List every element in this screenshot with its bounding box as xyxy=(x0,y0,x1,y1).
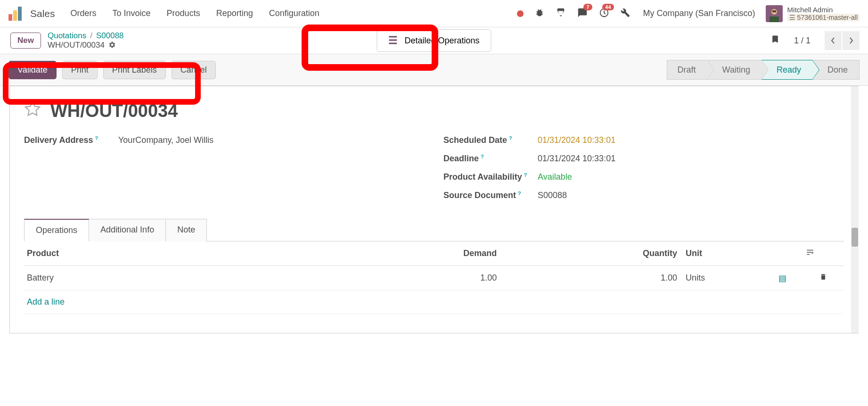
form-left-column: Delivery Address ? YourCompany, Joel Wil… xyxy=(24,135,425,209)
nav-menu: Orders To Invoice Products Reporting Con… xyxy=(71,8,319,18)
avatar xyxy=(766,5,783,22)
new-button[interactable]: New xyxy=(10,33,41,49)
statusbar: Validate Print Print Labels Cancel Draft… xyxy=(0,54,868,86)
phone-icon[interactable] xyxy=(556,8,566,19)
source-document-label: Source Document ? xyxy=(443,191,538,200)
print-button[interactable]: Print xyxy=(62,61,98,79)
detailed-operations-button[interactable]: ☰ Detailed Operations xyxy=(377,29,491,52)
gear-icon[interactable] xyxy=(108,41,116,50)
user-name: Mitchell Admin xyxy=(787,6,860,14)
bookmark-icon[interactable] xyxy=(770,33,780,48)
availability-label: Product Availability ? xyxy=(443,172,538,182)
operations-table: Product Demand Quantity Unit Battery 1.0… xyxy=(24,241,844,314)
record-title: WH/OUT/00034 xyxy=(50,101,178,121)
delete-row-icon[interactable] xyxy=(819,273,827,283)
menu-configuration[interactable]: Configuration xyxy=(269,8,319,18)
cell-product[interactable]: Battery xyxy=(24,266,352,290)
breadcrumb: Quotations / S00088 WH/OUT/00034 xyxy=(48,31,124,50)
status-ready[interactable]: Ready xyxy=(762,60,812,80)
tab-note[interactable]: Note xyxy=(166,219,207,241)
company-selector[interactable]: My Company (San Francisco) xyxy=(643,8,755,18)
table-row[interactable]: Battery 1.00 1.00 Units ▤ xyxy=(24,266,844,290)
deadline-label: Deadline ? xyxy=(443,154,538,164)
pager-prev-button[interactable] xyxy=(825,31,842,50)
user-info: Mitchell Admin ☰ 57361061-master-all xyxy=(787,6,860,21)
breadcrumb-quotations[interactable]: Quotations xyxy=(48,31,86,41)
pager-text[interactable]: 1 / 1 xyxy=(794,36,811,46)
activities-icon[interactable]: 44 xyxy=(599,8,609,19)
status-waiting[interactable]: Waiting xyxy=(707,60,762,80)
help-icon[interactable]: ? xyxy=(509,135,512,141)
deadline-value: 01/31/2024 10:33:01 xyxy=(538,154,615,164)
control-panel: New Quotations / S00088 WH/OUT/00034 ☰ D… xyxy=(0,27,868,54)
messaging-badge: 7 xyxy=(583,4,592,10)
col-product[interactable]: Product xyxy=(24,241,352,266)
help-icon[interactable]: ? xyxy=(95,135,98,141)
list-icon: ☰ xyxy=(388,34,398,47)
menu-products[interactable]: Products xyxy=(167,8,200,18)
scheduled-date-label: Scheduled Date ? xyxy=(443,135,538,145)
form-sheet: WH/OUT/00034 Delivery Address ? YourComp… xyxy=(9,86,859,333)
breadcrumb-current: WH/OUT/00034 xyxy=(48,41,105,50)
breadcrumb-order[interactable]: S00088 xyxy=(96,31,124,41)
status-steps: Draft Waiting Ready Done xyxy=(667,60,860,80)
messaging-icon[interactable]: 7 xyxy=(577,8,588,19)
help-icon[interactable]: ? xyxy=(518,191,521,196)
detail-list-icon[interactable]: ▤ xyxy=(778,273,786,283)
col-unit[interactable]: Unit xyxy=(680,241,762,266)
delivery-address-value[interactable]: YourCompany, Joel Willis xyxy=(118,135,213,145)
menu-orders[interactable]: Orders xyxy=(71,8,97,18)
availability-value: Available xyxy=(538,172,572,182)
user-menu[interactable]: Mitchell Admin ☰ 57361061-master-all xyxy=(766,5,860,22)
menu-to-invoice[interactable]: To Invoice xyxy=(113,8,151,18)
col-demand[interactable]: Demand xyxy=(352,241,500,266)
scrollbar[interactable] xyxy=(851,86,859,333)
tab-operations[interactable]: Operations xyxy=(24,219,89,241)
col-quantity[interactable]: Quantity xyxy=(500,241,680,266)
favorite-star-icon[interactable] xyxy=(24,100,41,121)
app-title[interactable]: Sales xyxy=(30,8,55,19)
validate-button[interactable]: Validate xyxy=(8,61,57,79)
user-db: ☰ 57361061-master-all xyxy=(787,14,860,21)
app-logo[interactable] xyxy=(8,7,22,21)
notebook-tabs: Operations Additional Info Note xyxy=(24,218,844,241)
cell-quantity[interactable]: 1.00 xyxy=(500,266,680,290)
tools-icon[interactable] xyxy=(621,8,630,19)
pager-nav xyxy=(825,31,860,50)
form-right-column: Scheduled Date ? 01/31/2024 10:33:01 Dea… xyxy=(443,135,844,209)
delivery-address-label: Delivery Address ? xyxy=(24,135,118,145)
top-navbar: Sales Orders To Invoice Products Reporti… xyxy=(0,0,868,27)
help-icon[interactable]: ? xyxy=(524,172,527,178)
status-done[interactable]: Done xyxy=(812,60,860,80)
tab-additional-info[interactable]: Additional Info xyxy=(89,219,166,241)
cancel-button[interactable]: Cancel xyxy=(172,61,216,79)
systray: 7 44 xyxy=(517,8,630,19)
help-icon[interactable]: ? xyxy=(481,154,484,159)
pager-next-button[interactable] xyxy=(843,31,860,50)
menu-reporting[interactable]: Reporting xyxy=(216,8,253,18)
stat-button-label: Detailed Operations xyxy=(404,36,479,46)
bug-icon[interactable] xyxy=(535,8,544,19)
recording-indicator-icon[interactable] xyxy=(517,10,524,17)
add-line-button[interactable]: Add a line xyxy=(24,290,844,314)
database-icon: ☰ xyxy=(789,14,795,21)
print-labels-button[interactable]: Print Labels xyxy=(103,61,166,79)
cell-demand[interactable]: 1.00 xyxy=(352,266,500,290)
scheduled-date-value[interactable]: 01/31/2024 10:33:01 xyxy=(538,135,615,145)
scrollbar-thumb[interactable] xyxy=(852,228,858,247)
status-draft[interactable]: Draft xyxy=(667,60,707,80)
activities-badge: 44 xyxy=(602,4,614,10)
source-document-value[interactable]: S00088 xyxy=(538,191,567,200)
cell-unit[interactable]: Units xyxy=(680,266,762,290)
breadcrumb-separator: / xyxy=(90,31,92,41)
table-settings-icon[interactable] xyxy=(803,241,844,266)
svg-rect-3 xyxy=(770,17,779,22)
